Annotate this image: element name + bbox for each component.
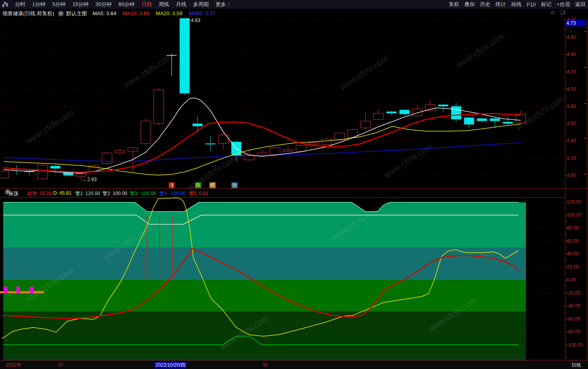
indicator-band [3,311,526,361]
date-axis-bar[interactable]: 日线 2022年102022/10/20/四11 [0,361,588,369]
ma-value: MA5: 3.64 [92,10,116,16]
indicator-axis-label: -20.00 [567,290,580,296]
menu-item-画线[interactable]: 画线 [511,1,522,8]
indicator-axis-label: 0.00 [567,277,576,283]
menu-item-period-60分钟[interactable]: 60分钟 [118,1,134,8]
menu-item-复权[interactable]: 复权 [449,1,459,8]
chevron-down-icon[interactable]: ˅ [58,11,64,16]
candle-up [322,139,332,144]
menu-item-period-5分钟[interactable]: 5分钟 [52,1,66,8]
price-axis-label: 3.40 [567,138,576,144]
candle-down [205,144,215,144]
menu-item-period-更多 〉[interactable]: 更多 〉 [215,1,233,8]
date-label[interactable]: 11 [263,362,267,367]
indicator-axis-label: -60.00 [567,316,580,322]
candle-up [0,171,9,178]
candle-down [399,110,409,114]
low-price-label: ←2.93 [82,177,96,182]
indicator-axis-label: 20.00 [567,264,579,270]
menu-item-period-分时[interactable]: 分时 [15,1,26,8]
menu-item-period-周线[interactable]: 周线 [159,1,169,8]
candle-up [296,145,306,151]
price-axis-label: 4.20 [567,69,576,75]
candle-down [180,18,190,94]
pane-control-icons[interactable]: ◇ ❏ [551,10,567,15]
price-axis-label: 3.60 [567,121,576,126]
candle-up [412,109,422,116]
candle-up [361,121,371,128]
date-label[interactable]: 10 [58,362,63,367]
indicator-header-item: D: 45.81 [53,190,71,196]
magenta-signal-bar [30,287,34,293]
candle-down [438,105,448,106]
magenta-signal-bar [4,287,8,293]
menu-item-period-多周期[interactable]: 多周期 [193,1,209,8]
indicator-axis-label: -80.00 [567,329,580,335]
indicator-header-item: 警4: -120.00 [159,190,186,197]
ma-values: MA5: 3.64MA10: 3.69MA20: 3.59MA60: 3.37 [92,10,222,16]
indicator-band [3,202,526,247]
ma-value: MA20: 3.59 [156,10,183,16]
menu-item-period-1分钟[interactable]: 1分钟 [32,1,46,8]
indicator-header-item: 警3: -100.00 [130,190,156,197]
candle-up [115,150,125,153]
app-icon: ▞▮ [2,2,8,7]
high-price-label: 4.83 [191,18,200,23]
menu-item-period-15分钟[interactable]: 15分钟 [72,1,88,8]
title-bar: 德展健康(日线.前复权) ˅ 默认主图 MA5: 3.64MA10: 3.69M… [0,9,588,18]
trading-app-window: ▞▮ 分时1分钟5分钟15分钟30分钟60分钟日线周线月线多周期更多 〉 复权叠… [0,0,588,369]
candle-down [193,124,203,126]
period-menu: ▞▮ 分时1分钟5分钟15分钟30分钟60分钟日线周线月线多周期更多 〉 [2,1,233,8]
candle-down [464,118,474,124]
candle-down [503,122,513,124]
candle-up [76,174,86,176]
menu-item-period-日线[interactable]: 日线 [141,1,152,8]
last-price-badge: 4.73 [565,20,585,26]
menu-item-返回[interactable]: 返回 [575,1,586,8]
candle-up [154,90,164,124]
indicator-axis-label: 80.00 [567,225,579,231]
scrollbar-mark [584,31,586,32]
stock-title: 德展健康(日线.前复权) [2,10,54,17]
menu-item-F10[interactable]: F10 [527,2,536,8]
indicator-axis-label: -40.00 [567,303,580,309]
scrollbar-mark [584,174,586,175]
menu-item-period-月线[interactable]: 月线 [176,1,186,8]
indicator-axis-label: 120.00 [567,199,582,205]
scrollbar-mark [584,67,586,68]
menu-item-统计[interactable]: 统计 [496,1,506,8]
price-axis-label: 3.20 [567,156,576,161]
indicator-axis-label: -100.00 [567,342,583,348]
indicator-band [3,280,526,311]
indicator-header-item: 趋势: 15.23 [27,190,52,197]
scrollbar-mark [584,138,586,139]
quick-button-榜[interactable]: 榜 [209,182,216,188]
indicator-axis-label: 40.00 [567,251,579,257]
candle-up [373,113,383,119]
indicator-axis-label: 60.00 [567,238,579,244]
candle-down [451,106,461,119]
candle-up [128,148,138,152]
tools-menu: 复权叠加历史统计画线F10标记+自选返回 [449,1,586,8]
magenta-signal-bar [16,287,20,293]
period-indicator: 日线 [566,362,587,369]
quick-button-涨[interactable]: 涨 [169,182,175,188]
menu-item-+自选[interactable]: +自选 [556,1,570,8]
indicator-axis-label: 100.00 [567,212,582,218]
layout-label[interactable]: 默认主图 [66,10,87,17]
menu-item-period-30分钟[interactable]: 30分钟 [95,1,111,8]
top-menu-bar: ▞▮ 分时1分钟5分钟15分钟30分钟60分钟日线周线月线多周期更多 〉 复权叠… [0,0,588,9]
candle-up [141,121,151,144]
menu-item-叠加[interactable]: 叠加 [464,1,475,8]
quick-button-跌[interactable]: 跌 [195,182,201,188]
indicator-header: ˅ 振荡趋势: 15.23D: 45.81警1: 120.00警2: 100.0… [0,189,565,197]
indicator-band [3,247,526,280]
candle-down [477,118,487,121]
date-label[interactable]: 2022/10/20/四 [155,362,186,369]
menu-item-历史[interactable]: 历史 [480,1,490,8]
indicator-header-item: 警1: 120.00 [75,190,100,197]
date-label[interactable]: 2022年 [6,362,22,369]
quick-button-财[interactable]: 财 [231,182,238,188]
candle-up [283,150,293,151]
menu-item-标记[interactable]: 标记 [541,1,551,8]
